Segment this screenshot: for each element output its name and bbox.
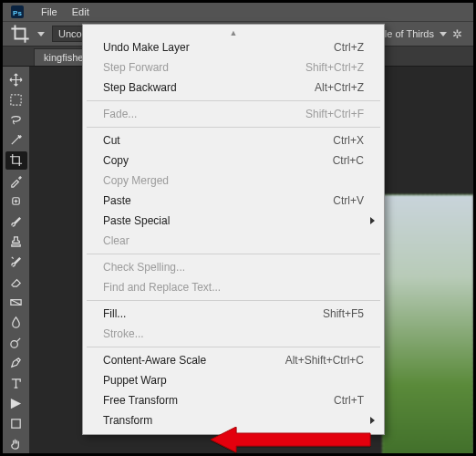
menu-item-label: Undo Make Layer — [103, 41, 334, 54]
menu-separator — [87, 254, 380, 254]
photoshop-logo-icon: Ps — [8, 3, 26, 21]
healing-tool-icon[interactable] — [5, 192, 27, 210]
menu-item[interactable]: Transform — [85, 410, 382, 430]
menu-item-shortcut: Ctrl+X — [333, 134, 364, 147]
menu-item: Fade...Shift+Ctrl+F — [85, 104, 382, 124]
wand-tool-icon[interactable] — [5, 131, 27, 150]
menu-item: Step ForwardShift+Ctrl+Z — [85, 57, 382, 78]
menu-item[interactable]: Undo Make LayerCtrl+Z — [85, 37, 382, 57]
menu-item[interactable]: Fill...Shift+F5 — [85, 304, 382, 324]
menu-item-shortcut: Ctrl+V — [333, 194, 364, 207]
brush-tool-icon[interactable] — [5, 212, 27, 230]
chevron-down-icon[interactable] — [37, 32, 45, 36]
menu-item-label: Clear — [103, 234, 364, 247]
menu-item-label: Stroke... — [103, 327, 364, 340]
menu-item[interactable]: Paste Special — [85, 211, 382, 231]
menu-edit[interactable]: Edit — [65, 3, 97, 21]
menu-item-label: Content-Aware Scale — [103, 354, 285, 367]
menu-item-shortcut: Shift+Ctrl+Z — [305, 61, 364, 74]
menu-item-label: Fade... — [103, 108, 305, 120]
menu-item-shortcut: Alt+Ctrl+Z — [315, 81, 364, 94]
menu-item-label: Puppet Warp — [103, 374, 364, 387]
menu-item: Find and Replace Text... — [85, 277, 382, 297]
menubar: Ps File Edit — [3, 3, 473, 21]
dodge-tool-icon[interactable] — [5, 334, 27, 352]
chevron-down-icon[interactable] — [440, 32, 447, 36]
menu-item[interactable]: CopyCtrl+C — [85, 150, 382, 171]
shape-tool-icon[interactable] — [5, 414, 27, 432]
menu-item-shortcut: Ctrl+C — [333, 154, 364, 167]
submenu-arrow-icon — [370, 217, 375, 224]
menu-separator — [87, 300, 380, 301]
menu-item-label: Cut — [103, 134, 333, 147]
menu-item-label: Paste Special — [103, 214, 364, 227]
menu-item-label: Transform — [103, 414, 364, 427]
menu-item-label: Paste — [103, 194, 333, 207]
menu-separator — [87, 347, 380, 347]
gradient-tool-icon[interactable] — [5, 293, 27, 311]
menu-item-label: Copy Merged — [103, 174, 364, 187]
blur-tool-icon[interactable] — [5, 313, 27, 331]
svg-point-5 — [11, 341, 18, 348]
menu-file[interactable]: File — [34, 3, 65, 21]
hand-tool-icon[interactable] — [5, 435, 27, 453]
menu-item[interactable]: PasteCtrl+V — [85, 191, 382, 211]
menu-item-shortcut: Shift+Ctrl+F — [305, 108, 364, 120]
menu-item: Clear — [85, 231, 382, 251]
tools-panel — [3, 67, 30, 453]
menu-item-shortcut: Shift+F5 — [323, 307, 364, 320]
move-tool-icon[interactable] — [5, 70, 27, 88]
pen-tool-icon[interactable] — [5, 354, 27, 372]
menu-item[interactable]: Step BackwardAlt+Ctrl+Z — [85, 78, 382, 98]
crop-tool-icon[interactable] — [10, 24, 30, 44]
gear-icon[interactable]: ✲ — [452, 27, 462, 41]
stamp-tool-icon[interactable] — [5, 233, 27, 251]
app-window: Ps File Edit Uncons Rule of Thirds ✲ kin… — [3, 3, 473, 453]
menu-separator — [87, 127, 380, 128]
menu-item-label: Fill... — [103, 307, 323, 320]
lasso-tool-icon[interactable] — [5, 110, 27, 129]
menu-item-label: Copy — [103, 154, 333, 167]
document-image — [382, 194, 473, 453]
menu-item[interactable]: CutCtrl+X — [85, 130, 382, 150]
menu-item-shortcut: Alt+Shift+Ctrl+C — [285, 354, 364, 367]
menu-item-shortcut: Ctrl+Z — [334, 41, 364, 54]
menu-item: Stroke... — [85, 324, 382, 344]
menu-item: Check Spelling... — [85, 257, 382, 277]
svg-rect-2 — [11, 95, 21, 105]
menu-item[interactable]: Free TransformCtrl+T — [85, 390, 382, 410]
menu-grip-icon: ▲ — [85, 28, 382, 37]
eyedropper-tool-icon[interactable] — [5, 171, 27, 190]
eraser-tool-icon[interactable] — [5, 273, 27, 291]
menu-item-label: Check Spelling... — [103, 261, 364, 274]
svg-text:Ps: Ps — [13, 9, 22, 17]
menu-item[interactable]: Content-Aware ScaleAlt+Shift+Ctrl+C — [85, 350, 382, 370]
submenu-arrow-icon — [370, 417, 375, 424]
marquee-tool-icon[interactable] — [5, 90, 27, 109]
menu-item: Copy Merged — [85, 171, 382, 191]
history-brush-tool-icon[interactable] — [5, 253, 27, 271]
menu-separator — [87, 100, 380, 101]
menu-item[interactable]: Puppet Warp — [85, 370, 382, 390]
edit-menu-dropdown: ▲ Undo Make LayerCtrl+ZStep ForwardShift… — [82, 24, 385, 435]
menu-item-label: Step Backward — [103, 81, 315, 94]
menu-item-label: Find and Replace Text... — [103, 281, 364, 294]
crop-tool-icon[interactable] — [5, 151, 27, 170]
menu-item-label: Free Transform — [103, 394, 334, 407]
type-tool-icon[interactable] — [5, 374, 27, 392]
svg-rect-6 — [12, 420, 20, 428]
menu-item-label: Step Forward — [103, 61, 305, 74]
path-tool-icon[interactable] — [5, 394, 27, 412]
menu-item-shortcut: Ctrl+T — [334, 394, 364, 407]
